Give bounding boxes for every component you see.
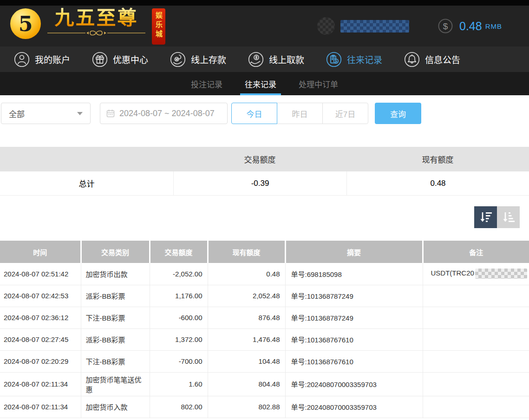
range-yesterday-button[interactable]: 昨日 [277, 103, 323, 124]
transactions-table: 时间 交易类别 交易额度 现有额度 摘要 备注 2024-08-07 02:51… [0, 241, 529, 418]
transactions-header-row: 时间 交易类别 交易额度 现有额度 摘要 备注 [0, 241, 529, 263]
cell-summary: 单号:202408070003359703 [285, 372, 423, 396]
tab-transaction-records[interactable]: 往来记录 [234, 72, 287, 95]
cell-amount: 802.00 [150, 396, 208, 418]
sort-descending-icon [479, 210, 493, 224]
col-header-remark: 备注 [423, 241, 529, 263]
col-header-balance: 现有额度 [208, 241, 285, 263]
cell-balance: 804.48 [208, 372, 285, 396]
nav-item-label: 优惠中心 [113, 53, 148, 66]
cell-balance: 0.48 [208, 263, 285, 285]
brand-flourish-icon [46, 29, 146, 38]
cell-amount: 1.60 [150, 372, 208, 396]
transaction-row: 2024-08-07 02:27:45 派彩-BB彩票 1,372.00 1,4… [0, 328, 529, 350]
summary-table: 交易额度 现有额度 总计 -0.39 0.48 [0, 147, 529, 196]
nav-item-deposit[interactable]: 线上存款 [159, 46, 237, 72]
summary-total-row: 总计 -0.39 0.48 [0, 171, 529, 196]
records-icon [326, 51, 342, 68]
summary-total-balance: 0.48 [346, 171, 529, 195]
main-nav: 我的账户 优惠中心 线上存款 线上取款 [0, 46, 529, 72]
top-black-strip [0, 0, 529, 6]
tab-pending-orders[interactable]: 处理中订单 [287, 72, 349, 95]
cell-time: 2024-08-07 02:11:34 [0, 372, 81, 396]
summary-header-row: 交易额度 现有额度 [0, 147, 529, 171]
tab-label: 投注记录 [191, 78, 222, 90]
filter-bar: 全部 2024-08-07 ~ 2024-08-07 今日 昨日 近7日 查询 [0, 95, 529, 135]
type-select[interactable]: 全部 [1, 103, 91, 124]
quick-range-group: 今日 昨日 近7日 [231, 103, 368, 124]
tab-betting-records[interactable]: 投注记录 [180, 72, 234, 95]
gift-icon [91, 51, 108, 68]
cell-summary: 单号:101368767610 [285, 328, 423, 350]
username-redacted [340, 20, 409, 33]
transaction-row: 2024-08-07 02:11:34 加密货币笔笔送优惠 1.60 804.4… [0, 372, 529, 396]
brand-badge: 娱乐城 [152, 8, 165, 45]
sort-ascending-button[interactable] [497, 206, 520, 228]
tab-label: 处理中订单 [299, 78, 338, 90]
nav-item-label: 线上存款 [191, 53, 226, 66]
cell-summary: 单号:101368787249 [285, 285, 423, 307]
transaction-row: 2024-08-07 02:42:53 派彩-BB彩票 1,176.00 2,0… [0, 285, 529, 307]
cell-balance: 2,052.48 [208, 285, 285, 307]
sort-descending-button[interactable] [474, 206, 497, 228]
range-label: 近7日 [335, 108, 355, 119]
transaction-row: 2024-08-07 02:36:12 下注-BB彩票 -600.00 876.… [0, 307, 529, 328]
cell-balance: 876.48 [208, 307, 285, 328]
user-avatar[interactable] [317, 17, 335, 35]
cell-amount: -700.00 [150, 350, 208, 372]
nav-item-label: 往来记录 [347, 53, 382, 66]
chevron-down-icon [77, 112, 83, 115]
summary-header-trade: 交易额度 [173, 153, 346, 165]
cell-remark: USDT(TRC20 [423, 263, 529, 285]
cell-summary: 单号:698185098 [285, 263, 423, 285]
tab-label: 往来记录 [245, 78, 276, 90]
transaction-row: 2024-08-07 02:20:29 下注-BB彩票 -700.00 104.… [0, 350, 529, 372]
cell-time: 2024-08-07 02:27:45 [0, 328, 81, 350]
nav-item-announcements[interactable]: 信息公告 [393, 46, 471, 72]
cell-remark [423, 372, 529, 396]
brand-name: 九五至尊 [54, 7, 138, 29]
balance-currency: RMB [485, 22, 502, 30]
date-range-input[interactable]: 2024-08-07 ~ 2024-08-07 [100, 103, 228, 124]
cell-remark [423, 396, 529, 418]
cell-amount: -600.00 [150, 307, 208, 328]
nav-item-promotions[interactable]: 优惠中心 [81, 46, 159, 72]
site-header: 5 九五至尊 娱乐城 $ 0.48 RMB [0, 6, 529, 46]
nav-item-my-account[interactable]: 我的账户 [3, 46, 81, 72]
cell-summary: 单号:101368787249 [285, 307, 423, 328]
brand-logo[interactable]: 5 九五至尊 娱乐城 [10, 7, 165, 45]
range-last7days-button[interactable]: 近7日 [322, 103, 368, 124]
range-label: 今日 [247, 108, 262, 119]
brand-mark-icon: 5 [10, 8, 41, 39]
cell-type: 下注-BB彩票 [81, 307, 150, 328]
transactions-body: 2024-08-07 02:51:42 加密货币出款 -2,052.00 0.4… [0, 263, 529, 418]
cell-time: 2024-08-07 02:42:53 [0, 285, 81, 307]
user-icon [13, 51, 30, 68]
cell-summary: 单号:202408070003359703 [285, 396, 423, 418]
cell-balance: 1,476.48 [208, 328, 285, 350]
sort-ascending-icon [502, 210, 516, 224]
summary-total-label: 总计 [0, 171, 173, 195]
cell-type: 加密货币笔笔送优惠 [81, 372, 150, 396]
cell-type: 加密货币入款 [81, 396, 150, 418]
search-button[interactable]: 查询 [375, 103, 421, 124]
balance-amount: 0.48 [459, 20, 482, 33]
cell-time: 2024-08-07 02:11:34 [0, 396, 81, 418]
nav-item-withdraw[interactable]: 线上取款 [237, 46, 315, 72]
sub-nav: 投注记录 往来记录 处理中订单 [0, 72, 529, 95]
range-today-button[interactable]: 今日 [231, 103, 277, 124]
calendar-icon [106, 109, 115, 118]
cell-amount: -2,052.00 [150, 263, 208, 285]
cell-remark [423, 307, 529, 328]
nav-item-transaction-records[interactable]: 往来记录 [315, 46, 393, 72]
sort-controls [0, 206, 529, 228]
cell-time: 2024-08-07 02:51:42 [0, 263, 81, 285]
date-range-value: 2024-08-07 ~ 2024-08-07 [119, 109, 215, 118]
transaction-row: 2024-08-07 02:11:34 加密货币入款 802.00 802.88… [0, 396, 529, 418]
cell-type: 下注-BB彩票 [81, 350, 150, 372]
cell-time: 2024-08-07 02:20:29 [0, 350, 81, 372]
nav-item-label: 我的账户 [35, 53, 70, 66]
cell-remark [423, 328, 529, 350]
type-select-value: 全部 [9, 108, 25, 119]
summary-header-balance: 现有额度 [346, 153, 529, 165]
